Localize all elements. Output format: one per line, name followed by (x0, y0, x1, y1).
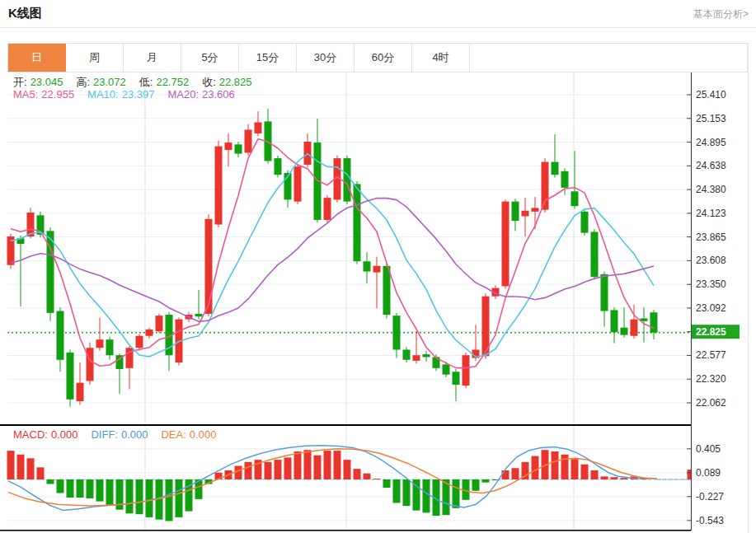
candle[interactable] (413, 331, 420, 363)
macd-bar[interactable] (47, 479, 54, 484)
candle[interactable] (354, 181, 361, 264)
macd-bar[interactable] (7, 451, 15, 479)
candle[interactable] (57, 307, 64, 372)
candle[interactable] (205, 214, 213, 316)
candle[interactable] (304, 133, 312, 167)
candle[interactable] (373, 257, 381, 309)
tab-日[interactable]: 日 (8, 44, 66, 72)
tab-4时[interactable]: 4时 (412, 44, 470, 72)
candle[interactable] (324, 195, 331, 223)
macd-bar[interactable] (235, 465, 242, 479)
macd-bar[interactable] (502, 470, 509, 479)
macd-bar[interactable] (512, 468, 519, 479)
tab-5分[interactable]: 5分 (181, 44, 239, 72)
macd-bar[interactable] (284, 457, 292, 479)
candle[interactable] (650, 310, 658, 339)
macd-bar[interactable] (403, 479, 411, 506)
macd-bar[interactable] (591, 470, 599, 479)
macd-bar[interactable] (334, 451, 341, 479)
candle[interactable] (275, 156, 282, 178)
candle[interactable] (581, 209, 589, 236)
macd-bar[interactable] (87, 479, 94, 498)
candle[interactable] (393, 313, 401, 358)
macd-bar[interactable] (354, 469, 361, 479)
macd-bar[interactable] (383, 479, 391, 488)
macd-bar[interactable] (364, 474, 371, 479)
macd-bar[interactable] (314, 456, 322, 479)
candle[interactable] (87, 343, 94, 385)
macd-bar[interactable] (611, 477, 618, 479)
candle[interactable] (591, 229, 599, 279)
macd-bar[interactable] (552, 451, 559, 479)
candle[interactable] (265, 109, 272, 164)
candle[interactable] (611, 307, 618, 344)
candle[interactable] (512, 199, 519, 231)
macd-bar[interactable] (581, 465, 589, 479)
candle[interactable] (245, 124, 252, 156)
candle[interactable] (482, 293, 490, 358)
macd-bar[interactable] (96, 479, 104, 502)
candle[interactable] (96, 317, 104, 350)
candle[interactable] (344, 156, 351, 204)
macd-bar[interactable] (57, 479, 64, 493)
candle[interactable] (364, 252, 371, 283)
macd-bar[interactable] (304, 450, 312, 479)
candle[interactable] (136, 334, 143, 350)
candle[interactable] (7, 234, 15, 269)
macd-bar[interactable] (126, 479, 134, 513)
candle[interactable] (195, 290, 203, 320)
macd-bar[interactable] (146, 479, 153, 517)
macd-bar[interactable] (453, 479, 460, 508)
candle[interactable] (166, 312, 173, 372)
macd-bar[interactable] (423, 479, 430, 512)
fundamental-analysis-link[interactable]: 基本面分析> (693, 7, 749, 21)
macd-bar[interactable] (294, 451, 302, 479)
candle[interactable] (542, 158, 549, 213)
candle[interactable] (314, 119, 322, 222)
candle[interactable] (294, 164, 302, 204)
candle[interactable] (215, 141, 223, 227)
tab-30分[interactable]: 30分 (297, 44, 355, 72)
macd-bar[interactable] (324, 451, 331, 479)
macd-bar[interactable] (344, 460, 351, 479)
candle[interactable] (453, 369, 460, 401)
tab-月[interactable]: 月 (124, 44, 181, 72)
macd-bar[interactable] (77, 479, 84, 498)
macd-bar[interactable] (482, 479, 490, 483)
macd-bar[interactable] (37, 467, 45, 479)
macd-bar[interactable] (166, 479, 173, 521)
candle[interactable] (235, 142, 242, 157)
candle[interactable] (423, 351, 430, 362)
macd-bar[interactable] (373, 479, 381, 479)
candle[interactable] (106, 337, 114, 360)
macd-bar[interactable] (136, 479, 143, 514)
macd-bar[interactable] (17, 455, 25, 479)
macd-bar[interactable] (621, 478, 628, 479)
macd-bar[interactable] (393, 479, 401, 503)
macd-bar[interactable] (472, 479, 480, 491)
candle[interactable] (146, 328, 153, 339)
candle[interactable] (77, 362, 84, 404)
candle[interactable] (255, 111, 262, 136)
candle[interactable] (403, 347, 411, 362)
macd-bar[interactable] (176, 479, 183, 517)
macd-bar[interactable] (27, 458, 35, 479)
tab-15分[interactable]: 15分 (239, 44, 297, 72)
macd-bar[interactable] (532, 456, 539, 479)
candle[interactable] (156, 314, 163, 333)
candle[interactable] (502, 199, 509, 288)
candle[interactable] (463, 353, 470, 389)
candle[interactable] (621, 307, 628, 338)
candle[interactable] (67, 349, 74, 406)
tab-60分[interactable]: 60分 (355, 44, 412, 72)
macd-bar[interactable] (601, 476, 608, 479)
kline-chart[interactable]: 25.41025.15324.89524.63824.38024.12323.8… (0, 72, 756, 533)
candle[interactable] (601, 272, 608, 327)
macd-bar[interactable] (275, 460, 282, 479)
candle[interactable] (433, 354, 440, 371)
candle[interactable] (225, 133, 232, 166)
macd-bar[interactable] (571, 459, 579, 479)
macd-bar[interactable] (67, 479, 74, 498)
tab-周[interactable]: 周 (66, 44, 124, 72)
macd-bar[interactable] (265, 462, 272, 479)
